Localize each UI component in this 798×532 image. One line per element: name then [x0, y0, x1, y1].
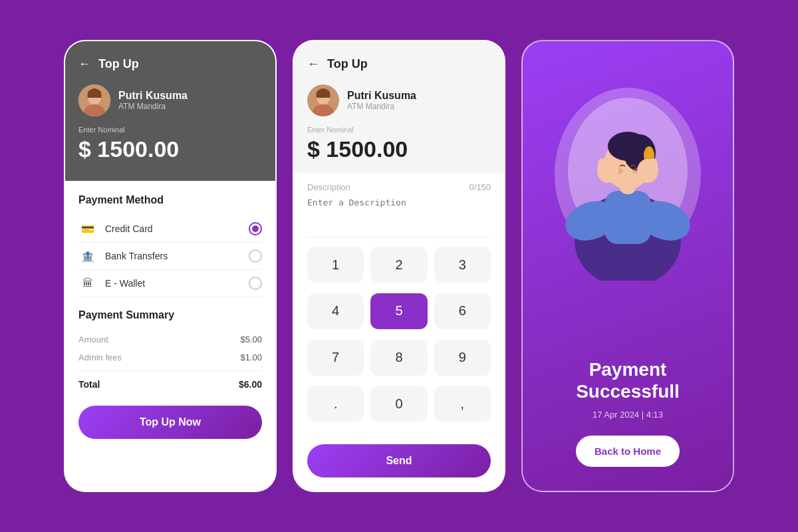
numpad-key-dot[interactable]: .: [307, 386, 364, 422]
payment-option-ewallet[interactable]: 🏛 E - Wallet: [78, 270, 262, 297]
back-to-home-button[interactable]: Back to Home: [576, 436, 680, 467]
card1-header: ← Top Up: [78, 57, 262, 71]
user-info: Putri Kusuma ATM Mandira: [118, 90, 188, 111]
back-arrow-icon[interactable]: ←: [78, 57, 90, 71]
desc-label: Description: [307, 182, 350, 192]
payment-summary-section: Payment Summary Amount $5.00 Admin fees …: [78, 309, 262, 394]
payment-success-title: Payment Successfull: [576, 358, 680, 403]
payment-option-credit-card[interactable]: 💳 Credit Card: [78, 215, 262, 243]
avatar: [78, 84, 110, 116]
amount-label: Amount: [78, 334, 108, 344]
payment-method-title: Payment Method: [78, 194, 262, 206]
svg-point-22: [648, 158, 658, 170]
card-topup-payment: ← Top Up Putri Kusuma ATM Mandira Enter …: [64, 40, 277, 492]
card2-nominal-label: Enter Nominal: [307, 126, 491, 134]
numpad-key-3[interactable]: 3: [434, 247, 491, 283]
radio-ewallet[interactable]: [249, 277, 262, 290]
card2-user-info: Putri Kusuma ATM Mandira: [347, 90, 416, 111]
numpad-key-2[interactable]: 2: [370, 247, 427, 283]
success-illustration: [541, 68, 714, 281]
ewallet-icon: 🏛: [78, 277, 97, 290]
payment-date: 17 Apr 2024 | 4:13: [576, 410, 680, 420]
user-row: Putri Kusuma ATM Mandira: [78, 84, 262, 116]
card-topup-numpad: ← Top Up Putri Kusuma ATM Mandira Enter …: [293, 40, 505, 492]
enter-nominal-label: Enter Nominal: [78, 126, 262, 134]
svg-rect-11: [604, 191, 651, 244]
card2-user-sub: ATM Mandira: [347, 102, 416, 111]
payment-option-bank-transfer[interactable]: 🏦 Bank Transfers: [78, 243, 262, 270]
card1-body: Payment Method 💳 Credit Card 🏦 Bank Tran…: [65, 181, 275, 491]
card2-body: Description 0/150 1 2 3 4 5 6 7 8 9 . 0 …: [294, 173, 504, 435]
svg-point-21: [598, 158, 607, 170]
summary-row-admin: Admin fees $1.00: [78, 348, 262, 366]
success-text-area: Payment Successfull 17 Apr 2024 | 4:13 B…: [576, 358, 680, 467]
radio-bank-transfer[interactable]: [249, 249, 262, 263]
ewallet-label: E - Wallet: [105, 278, 241, 289]
summary-divider: [78, 370, 262, 371]
numpad-key-6[interactable]: 6: [434, 293, 491, 329]
card1-top-section: ← Top Up Putri Kusuma ATM Mandira Enter …: [65, 41, 275, 181]
admin-fees-value: $1.00: [240, 352, 262, 362]
total-label: Total: [78, 379, 100, 390]
card2-header: ← Top Up: [307, 57, 491, 71]
payment-summary-title: Payment Summary: [78, 309, 262, 321]
radio-inner-credit-card: [252, 225, 259, 232]
summary-row-amount: Amount $5.00: [78, 331, 262, 348]
numpad-key-7[interactable]: 7: [307, 340, 364, 376]
user-sub: ATM Mandira: [118, 102, 188, 111]
admin-fees-label: Admin fees: [78, 352, 122, 362]
radio-credit-card[interactable]: [249, 222, 262, 235]
card2-user-row: Putri Kusuma ATM Mandira: [307, 84, 491, 116]
numpad-key-4[interactable]: 4: [307, 293, 364, 329]
card2-user-name: Putri Kusuma: [347, 90, 416, 102]
desc-count: 0/150: [469, 182, 491, 192]
bank-transfer-label: Bank Transfers: [105, 251, 241, 261]
card2-title: Top Up: [327, 57, 368, 71]
description-input[interactable]: [307, 198, 491, 237]
numpad-key-comma[interactable]: ,: [434, 386, 491, 422]
numpad-key-8[interactable]: 8: [370, 340, 427, 376]
numpad-key-9[interactable]: 9: [434, 340, 491, 376]
back-arrow-dark-icon[interactable]: ←: [307, 57, 319, 71]
send-button[interactable]: Send: [307, 444, 491, 477]
numpad: 1 2 3 4 5 6 7 8 9 . 0 ,: [307, 247, 491, 426]
bank-transfer-icon: 🏦: [78, 249, 97, 263]
numpad-key-1[interactable]: 1: [307, 247, 364, 283]
numpad-key-0[interactable]: 0: [370, 386, 427, 422]
topup-now-button[interactable]: Top Up Now: [78, 406, 262, 439]
card1-title: Top Up: [98, 57, 139, 71]
summary-row-total: Total $6.00: [78, 375, 262, 394]
credit-card-label: Credit Card: [105, 223, 241, 234]
payment-method-list: 💳 Credit Card 🏦 Bank Transfers 🏛 E - Wal…: [78, 215, 262, 297]
card2-top-section: ← Top Up Putri Kusuma ATM Mandira Enter …: [294, 41, 504, 173]
total-value: $6.00: [239, 379, 262, 390]
card-payment-success: Payment Successfull 17 Apr 2024 | 4:13 B…: [521, 40, 734, 492]
numpad-key-5[interactable]: 5: [370, 293, 427, 329]
card2-avatar: [307, 84, 339, 116]
card2-footer: Send: [294, 435, 504, 491]
amount-display: $ 1500.00: [78, 136, 262, 162]
card2-amount: $ 1500.00: [307, 136, 491, 162]
user-name: Putri Kusuma: [118, 90, 188, 102]
svg-point-15: [608, 132, 648, 161]
credit-card-icon: 💳: [78, 222, 97, 235]
description-header: Description 0/150: [307, 182, 491, 192]
amount-value: $5.00: [240, 334, 262, 344]
